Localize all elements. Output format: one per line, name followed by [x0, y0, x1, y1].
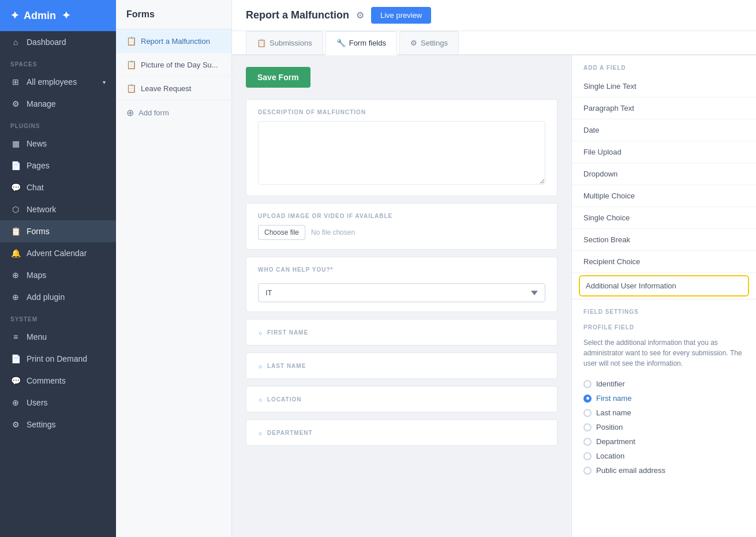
field-type-single-choice[interactable]: Single Choice	[572, 207, 756, 229]
description-textarea[interactable]	[258, 121, 545, 185]
form-list-item-leave[interactable]: 📋 Leave Request	[116, 77, 231, 100]
field-type-section-break[interactable]: Section Break	[572, 229, 756, 251]
form-icon: 📋	[126, 36, 136, 46]
sidebar-item-network[interactable]: ⬡ Network	[0, 198, 116, 220]
users-icon: ⊕	[10, 397, 21, 408]
field-type-date[interactable]: Date	[572, 119, 756, 141]
users-label: Users	[27, 398, 48, 407]
file-upload-area: Choose file No file chosen	[258, 225, 545, 240]
form-item-label-3: Leave Request	[141, 84, 191, 93]
who-help-field-label: WHO CAN HELP YOU?*	[258, 266, 545, 273]
department-field-row: ⬦ DEPARTMENT	[246, 419, 557, 446]
sidebar-item-add-plugin[interactable]: ⊕ Add plugin	[0, 286, 116, 308]
sidebar-item-maps[interactable]: ⊕ Maps	[0, 264, 116, 286]
sidebar-item-comments[interactable]: 💬 Comments	[0, 370, 116, 392]
profile-field-header: PROFILE FIELD	[583, 320, 744, 333]
radio-identifier[interactable]: Identifier	[583, 377, 744, 391]
sidebar-item-advent-calendar[interactable]: 🔔 Advent Calendar	[0, 242, 116, 264]
form-list-item-picture[interactable]: 📋 Picture of the Day Su...	[116, 53, 231, 77]
form-icon-3: 📋	[126, 84, 136, 93]
forms-icon: 📋	[10, 226, 21, 236]
add-form-label: Add form	[139, 108, 169, 117]
radio-position-label: Position	[596, 423, 623, 431]
radio-location[interactable]: Location	[583, 449, 744, 463]
submissions-label: Submissions	[270, 39, 312, 47]
sidebar-item-print[interactable]: 📄 Print on Demand	[0, 348, 116, 370]
sidebar-item-all-employees[interactable]: ⊞ All employees ▾	[0, 71, 116, 93]
sidebar-item-settings[interactable]: ⚙ Settings	[0, 414, 116, 435]
tab-submissions[interactable]: 📋 Submissions	[246, 31, 323, 54]
system-label: SYSTEM	[0, 308, 116, 326]
radio-last-name[interactable]: Last name	[583, 405, 744, 420]
last-name-field-row: ⬦ LAST NAME	[246, 352, 557, 379]
settings-gear-button[interactable]: ⚙	[356, 10, 364, 21]
radio-public-email-icon	[583, 467, 592, 475]
choose-file-button[interactable]: Choose file	[258, 225, 305, 240]
menu-icon: ≡	[10, 332, 21, 342]
field-type-paragraph[interactable]: Paragraph Text	[572, 97, 756, 119]
sidebar-item-users[interactable]: ⊕ Users	[0, 392, 116, 414]
advent-icon: 🔔	[10, 248, 21, 258]
description-field-block: DESCRIPTION OF MALFUNCTION	[246, 99, 557, 196]
radio-last-name-icon	[583, 409, 592, 417]
radio-position-icon	[583, 423, 592, 431]
radio-public-email[interactable]: Public email address	[583, 463, 744, 478]
field-type-dropdown[interactable]: Dropdown	[572, 163, 756, 185]
field-type-recipient-choice[interactable]: Recipient Choice	[572, 251, 756, 273]
form-icon-2: 📋	[126, 60, 136, 69]
user-field-icon-location: ⬦	[258, 395, 263, 404]
add-plugin-icon: ⊕	[10, 292, 21, 302]
forms-panel-title: Forms	[116, 0, 231, 29]
field-settings-section: FIELD SETTINGS PROFILE FIELD Select the …	[572, 299, 756, 487]
field-type-additional-user-info[interactable]: Additional User Information	[579, 275, 749, 296]
radio-first-name-label: First name	[596, 394, 631, 403]
radio-department[interactable]: Department	[583, 434, 744, 449]
pages-label: Pages	[27, 161, 50, 170]
news-label: News	[27, 139, 47, 148]
sidebar-item-pages[interactable]: 📄 Pages	[0, 155, 116, 177]
sidebar-item-chat[interactable]: 💬 Chat	[0, 177, 116, 198]
form-list-item-malfunction[interactable]: 📋 Report a Malfunction	[116, 29, 231, 53]
field-type-single-line[interactable]: Single Line Text	[572, 76, 756, 97]
radio-position[interactable]: Position	[583, 420, 744, 434]
tab-form-fields[interactable]: 🔧 Form fields	[325, 31, 397, 55]
sidebar-item-menu[interactable]: ≡ Menu	[0, 326, 116, 348]
who-help-select[interactable]: IT	[258, 283, 545, 302]
form-item-label: Report a Malfunction	[141, 37, 210, 46]
user-field-icon-first: ⬦	[258, 328, 263, 337]
main-content: Report a Malfunction ⚙ Live preview 📋 Su…	[232, 0, 756, 537]
last-name-label: LAST NAME	[267, 363, 306, 369]
user-field-icon-dept: ⬦	[258, 428, 263, 437]
department-label: DEPARTMENT	[267, 430, 313, 436]
radio-department-icon	[583, 438, 592, 446]
upload-field-block: UPLOAD IMAGE OR VIDEO IF AVAILABLE Choos…	[246, 203, 557, 250]
first-name-label: FIRST NAME	[267, 329, 308, 336]
first-name-field-row: ⬦ FIRST NAME	[246, 319, 557, 346]
comments-label: Comments	[27, 376, 66, 385]
radio-department-label: Department	[596, 437, 635, 446]
sidebar-item-dashboard[interactable]: ⌂ Dashboard	[0, 31, 116, 53]
page-title: Report a Malfunction	[246, 9, 349, 21]
radio-first-name[interactable]: First name	[583, 391, 744, 405]
field-type-multiple-choice[interactable]: Multiple Choice	[572, 185, 756, 207]
chat-icon: 💬	[10, 182, 21, 193]
live-preview-button[interactable]: Live preview	[371, 7, 431, 24]
add-form-button[interactable]: ⊕ Add form	[116, 100, 231, 125]
field-type-file-upload[interactable]: File Upload	[572, 141, 756, 163]
location-label: LOCATION	[267, 396, 301, 403]
sidebar-item-manage[interactable]: ⚙ Manage	[0, 93, 116, 115]
radio-public-email-label: Public email address	[596, 466, 665, 475]
save-form-button[interactable]: Save Form	[246, 67, 310, 88]
topbar: Report a Malfunction ⚙ Live preview	[232, 0, 756, 31]
radio-location-icon	[583, 452, 592, 460]
tab-settings-label: Settings	[421, 39, 448, 47]
radio-identifier-icon	[583, 380, 592, 388]
profile-field-description: Select the additional information that y…	[583, 337, 744, 369]
sidebar-item-forms[interactable]: 📋 Forms	[0, 220, 116, 242]
network-icon: ⬡	[10, 204, 21, 215]
gear-icon: ⚙	[10, 99, 21, 109]
brand-dots: ✦	[10, 9, 19, 22]
tab-settings[interactable]: ⚙ Settings	[399, 31, 459, 54]
sidebar-item-news[interactable]: ▦ News	[0, 133, 116, 155]
sidebar: ✦ Admin ✦ ⌂ Dashboard SPACES ⊞ All emplo…	[0, 0, 116, 537]
